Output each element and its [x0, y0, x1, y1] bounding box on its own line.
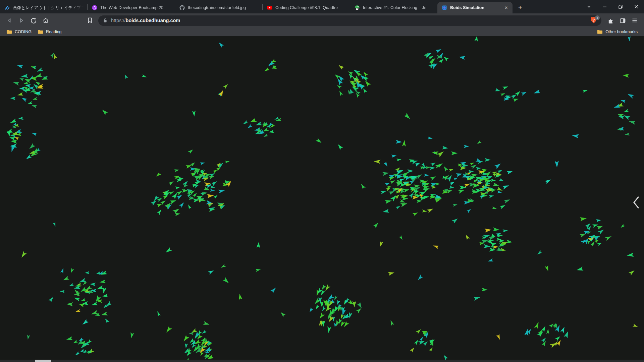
- tab-boids-simulation-active[interactable]: Boids Simulation ✕: [437, 2, 513, 13]
- lock-icon[interactable]: [103, 18, 108, 23]
- address-bar[interactable]: https://boids.cubedhuang.com 3: [98, 15, 601, 26]
- shield-badge: 3: [595, 15, 600, 20]
- tab-title: thecodingtrain.com/starfield.jpg: [188, 5, 259, 10]
- udemy-icon: [92, 5, 97, 10]
- tab-udemy[interactable]: The Web Developer Bootcamp 20: [88, 2, 175, 13]
- reload-button[interactable]: [28, 14, 40, 26]
- chevron-left-icon: [633, 196, 639, 209]
- puzzle-icon: [607, 17, 614, 24]
- other-bookmarks-button[interactable]: Other bookmarks: [594, 29, 641, 35]
- forward-button[interactable]: [15, 14, 28, 26]
- scrollbar-thumb[interactable]: [35, 360, 51, 362]
- folder-icon: [38, 29, 43, 34]
- bookmark-page-button[interactable]: [84, 14, 96, 26]
- restore-icon: [618, 4, 623, 9]
- back-button[interactable]: [3, 14, 15, 26]
- restore-button[interactable]: [612, 0, 628, 13]
- close-window-button[interactable]: [628, 0, 644, 13]
- url-text[interactable]: https://boids.cubedhuang.com: [111, 18, 583, 23]
- bookmarks-bar: CODING Reading Other bookmarks: [0, 27, 644, 36]
- github-icon: [179, 5, 185, 10]
- tab-title: 画像とレイアウト｜クリエイティブコーデ: [13, 5, 84, 11]
- youtube-icon: [267, 5, 272, 10]
- window-controls: [581, 0, 644, 13]
- close-icon: [634, 4, 639, 9]
- reload-icon: [30, 17, 37, 24]
- bookmark-folder-coding[interactable]: CODING: [3, 29, 35, 35]
- tab-github[interactable]: thecodingtrain.com/starfield.jpg: [175, 2, 262, 13]
- url-domain: boids.cubedhuang.com: [126, 18, 180, 23]
- bookmark-folder-reading[interactable]: Reading: [35, 29, 65, 35]
- folder-icon: [597, 29, 603, 34]
- chevron-down-icon: [587, 4, 591, 9]
- boids-canvas[interactable]: [0, 36, 644, 362]
- sidebar-button[interactable]: [616, 14, 629, 26]
- navigation-toolbar: https://boids.cubedhuang.com 3: [0, 13, 644, 27]
- tab-close-button[interactable]: ✕: [503, 5, 509, 11]
- home-icon: [42, 17, 49, 24]
- menu-button[interactable]: [629, 14, 641, 26]
- tab-title: Coding Challenge #98.1: Quadtre: [275, 5, 346, 10]
- bookmark-flag-icon: [87, 17, 93, 24]
- new-tab-button[interactable]: +: [516, 3, 525, 12]
- tab-youtube[interactable]: Coding Challenge #98.1: Quadtre: [263, 2, 350, 13]
- tab-strip: 画像とレイアウト｜クリエイティブコーデ The Web Developer Bo…: [0, 0, 644, 13]
- address-bar-divider: [586, 17, 586, 23]
- minimize-button[interactable]: [597, 0, 612, 13]
- back-icon: [6, 17, 13, 24]
- tab-search-button[interactable]: [581, 0, 597, 13]
- folder-icon: [6, 29, 12, 34]
- bookmark-label: Reading: [46, 29, 62, 34]
- bookmark-label: CODING: [15, 29, 32, 34]
- page-content: [0, 36, 644, 362]
- other-bookmarks-label: Other bookmarks: [605, 29, 638, 34]
- sidebar-panel-icon: [620, 17, 626, 24]
- tab-color-flocking[interactable]: Interactive #1: Color Flocking – Je: [350, 2, 437, 13]
- tab-zenn[interactable]: 画像とレイアウト｜クリエイティブコーデ: [0, 2, 87, 13]
- hamburger-menu-icon: [632, 17, 638, 23]
- cube-icon: [442, 5, 447, 10]
- bookmarks-divider: [592, 29, 592, 35]
- mushroom-icon: [355, 5, 360, 10]
- extensions-button[interactable]: [604, 14, 616, 26]
- tab-title: Boids Simulation: [450, 5, 500, 10]
- home-button[interactable]: [40, 14, 52, 26]
- url-scheme: https://: [111, 18, 126, 23]
- settings-panel-toggle[interactable]: [632, 196, 640, 209]
- browser-window: 画像とレイアウト｜クリエイティブコーデ The Web Developer Bo…: [0, 0, 644, 362]
- minimize-icon: [602, 4, 607, 9]
- horizontal-scrollbar[interactable]: [0, 360, 644, 362]
- tab-title: The Web Developer Bootcamp 20: [100, 5, 171, 10]
- zenn-icon: [4, 5, 10, 10]
- forward-icon: [18, 17, 25, 24]
- tab-title: Interactive #1: Color Flocking – Je: [363, 5, 434, 10]
- brave-shield-button[interactable]: 3: [590, 16, 597, 24]
